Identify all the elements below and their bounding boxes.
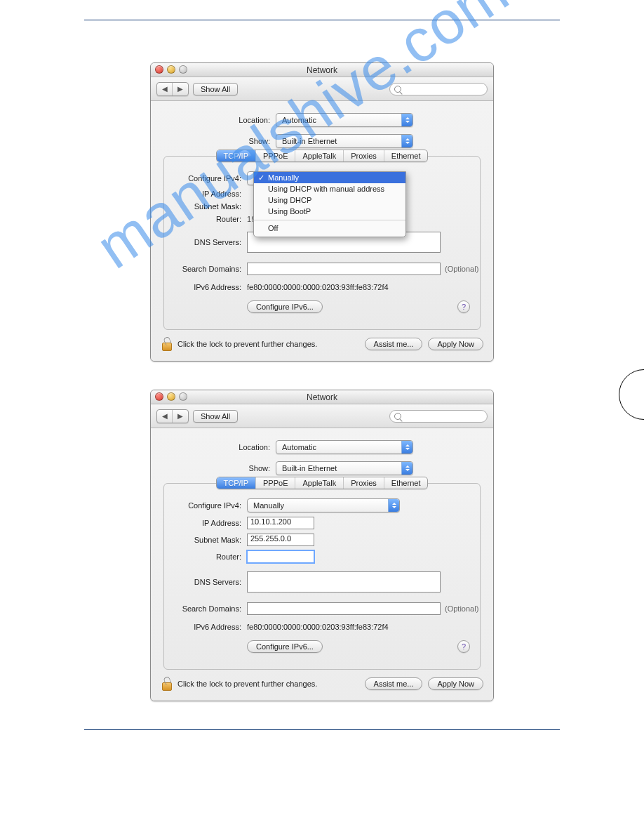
search-icon — [394, 413, 401, 420]
forward-icon[interactable]: ▶ — [173, 83, 188, 95]
back-icon[interactable]: ◀ — [157, 410, 173, 423]
search-domains-label: Search Domains: — [164, 265, 247, 273]
nav-back-forward[interactable]: ◀ ▶ — [156, 82, 189, 96]
configure-ipv4-select[interactable]: Manually — [247, 498, 400, 512]
tab-appletalk[interactable]: AppleTalk — [295, 477, 344, 489]
lock-text: Click the lock to prevent further change… — [177, 680, 317, 688]
location-select[interactable]: Automatic — [276, 440, 413, 454]
close-icon[interactable] — [155, 392, 163, 401]
show-select[interactable]: Built-in Ethernet — [276, 461, 413, 475]
router-input[interactable] — [247, 550, 314, 563]
location-value: Automatic — [282, 443, 316, 451]
assist-me-button[interactable]: Assist me... — [365, 677, 423, 690]
toolbar: ◀ ▶ Show All — [151, 404, 493, 428]
configure-ipv6-button[interactable]: Configure IPv6... — [247, 300, 323, 313]
location-label: Location: — [151, 116, 276, 124]
page-bottom-rule — [84, 729, 560, 730]
menu-item-off[interactable]: Off — [254, 220, 405, 234]
ip-address-label: IP Address: — [164, 519, 247, 527]
apply-now-button[interactable]: Apply Now — [428, 677, 483, 690]
configure-ipv6-button[interactable]: Configure IPv6... — [247, 640, 323, 653]
configure-ipv4-menu: ✓ Manually Using DHCP with manual addres… — [253, 171, 406, 237]
window-title: Network — [307, 65, 337, 75]
forward-icon[interactable]: ▶ — [173, 410, 188, 423]
nav-back-forward[interactable]: ◀ ▶ — [156, 409, 189, 423]
tab-pppoe[interactable]: PPPoE — [256, 477, 295, 489]
lock-icon[interactable] — [161, 337, 172, 351]
network-window-2: Network ◀ ▶ Show All Location: Automatic — [150, 390, 494, 701]
page-top-rule — [84, 20, 560, 20]
dns-servers-label: DNS Servers: — [164, 578, 247, 586]
back-icon[interactable]: ◀ — [157, 83, 173, 95]
show-all-button[interactable]: Show All — [193, 83, 238, 95]
menu-item-manually[interactable]: ✓ Manually — [254, 172, 405, 183]
window-footer: Click the lock to prevent further change… — [151, 670, 493, 699]
location-label: Location: — [151, 443, 276, 451]
help-button[interactable]: ? — [457, 640, 470, 653]
ipv6-address-label: IPv6 Address: — [164, 623, 247, 631]
zoom-icon[interactable] — [179, 392, 187, 401]
tab-proxies[interactable]: Proxies — [344, 477, 384, 489]
location-value: Automatic — [282, 116, 316, 124]
location-select[interactable]: Automatic — [276, 113, 413, 127]
side-arc-decor — [619, 369, 644, 420]
optional-label: (Optional) — [445, 265, 478, 273]
dns-servers-input[interactable] — [247, 571, 441, 593]
ipv6-address-value: fe80:0000:0000:0000:0203:93ff:fe83:72f4 — [247, 623, 389, 631]
search-domains-input[interactable] — [247, 602, 441, 615]
minimize-icon[interactable] — [167, 65, 175, 74]
toolbar: ◀ ▶ Show All — [151, 77, 493, 101]
show-label: Show: — [151, 137, 276, 145]
tab-tcpip[interactable]: TCP/IP — [217, 150, 256, 161]
configure-ipv4-value: Manually — [253, 501, 284, 510]
ipv6-address-value: fe80:0000:0000:0000:0203:93ff:fe83:72f4 — [247, 283, 389, 291]
lock-icon[interactable] — [161, 677, 172, 691]
tab-appletalk[interactable]: AppleTalk — [295, 150, 344, 161]
ipv6-address-label: IPv6 Address: — [164, 283, 247, 291]
close-icon[interactable] — [155, 65, 163, 74]
tab-pppoe[interactable]: PPPoE — [256, 150, 295, 161]
subnet-mask-label: Subnet Mask: — [164, 536, 247, 544]
menu-item-bootp[interactable]: Using BootP — [254, 206, 405, 217]
show-value: Built-in Ethernet — [282, 137, 337, 145]
tab-ethernet[interactable]: Ethernet — [384, 150, 428, 161]
router-label: Router: — [164, 215, 247, 223]
apply-now-button[interactable]: Apply Now — [428, 338, 483, 350]
assist-me-button[interactable]: Assist me... — [365, 338, 423, 350]
check-icon: ✓ — [258, 173, 264, 183]
search-domains-input[interactable] — [247, 263, 441, 275]
tab-proxies[interactable]: Proxies — [344, 150, 384, 161]
subnet-mask-input[interactable]: 255.255.0.0 — [247, 534, 314, 546]
zoom-icon[interactable] — [179, 65, 187, 74]
search-input[interactable] — [389, 410, 488, 423]
configure-ipv4-label: Configure IPv4: — [164, 501, 247, 510]
show-all-button[interactable]: Show All — [193, 410, 238, 423]
show-select[interactable]: Built-in Ethernet — [276, 134, 413, 148]
show-label: Show: — [151, 464, 276, 472]
tab-ethernet[interactable]: Ethernet — [384, 477, 428, 489]
settings-panel: TCP/IP PPPoE AppleTalk Proxies Ethernet … — [163, 483, 481, 670]
ip-address-label: IP Address: — [164, 190, 247, 198]
window-footer: Click the lock to prevent further change… — [151, 330, 493, 359]
menu-item-dhcp-manual[interactable]: Using DHCP with manual address — [254, 183, 405, 194]
settings-panel: TCP/IP PPPoE AppleTalk Proxies Ethernet … — [163, 156, 481, 330]
titlebar: Network — [151, 390, 493, 404]
minimize-icon[interactable] — [167, 392, 175, 401]
ip-address-input[interactable]: 10.10.1.200 — [247, 517, 314, 529]
router-label: Router: — [164, 552, 247, 561]
show-value: Built-in Ethernet — [282, 464, 337, 472]
optional-label: (Optional) — [445, 604, 478, 613]
window-title: Network — [307, 392, 337, 402]
lock-text: Click the lock to prevent further change… — [177, 340, 317, 348]
search-input[interactable] — [389, 83, 488, 95]
menu-item-dhcp[interactable]: Using DHCP — [254, 194, 405, 206]
configure-ipv4-select[interactable]: Manually ✓ Manually Using DHCP with manu… — [247, 171, 400, 185]
titlebar: Network — [151, 63, 493, 77]
dns-servers-label: DNS Servers: — [164, 238, 247, 246]
tab-tcpip[interactable]: TCP/IP — [217, 477, 256, 489]
network-window-1: Network ◀ ▶ Show All Location: Automatic — [150, 62, 494, 362]
subnet-mask-label: Subnet Mask: — [164, 202, 247, 211]
configure-ipv4-label: Configure IPv4: — [164, 174, 247, 183]
help-button[interactable]: ? — [457, 300, 470, 313]
search-domains-label: Search Domains: — [164, 604, 247, 613]
